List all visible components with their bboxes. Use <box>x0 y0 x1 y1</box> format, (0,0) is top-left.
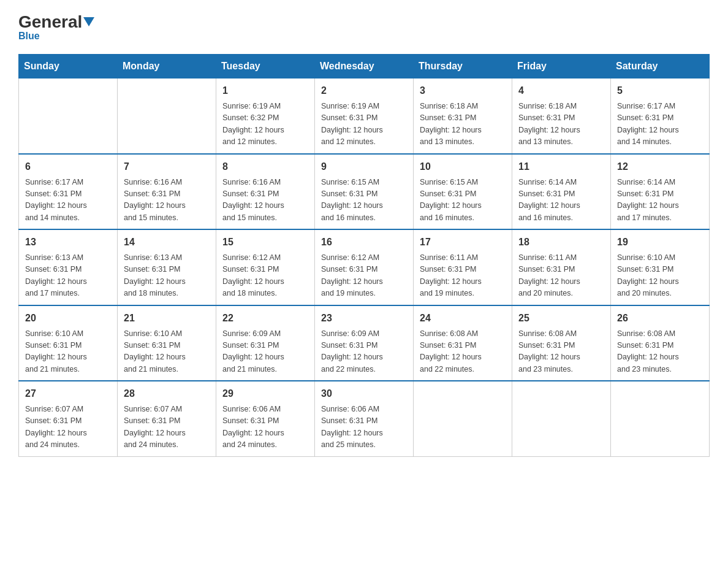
day-number: 5 <box>617 83 703 98</box>
day-info: Sunrise: 6:18 AM Sunset: 6:31 PM Dayligh… <box>420 101 506 148</box>
day-number: 17 <box>420 235 506 250</box>
calendar-day-cell: 18Sunrise: 6:11 AM Sunset: 6:31 PM Dayli… <box>512 229 611 305</box>
day-info: Sunrise: 6:07 AM Sunset: 6:31 PM Dayligh… <box>124 404 210 451</box>
calendar-day-cell: 29Sunrise: 6:06 AM Sunset: 6:31 PM Dayli… <box>216 381 315 456</box>
day-info: Sunrise: 6:12 AM Sunset: 6:31 PM Dayligh… <box>321 252 407 300</box>
calendar-day-cell: 19Sunrise: 6:10 AM Sunset: 6:31 PM Dayli… <box>611 229 710 305</box>
day-info: Sunrise: 6:06 AM Sunset: 6:31 PM Dayligh… <box>321 404 407 451</box>
day-info: Sunrise: 6:09 AM Sunset: 6:31 PM Dayligh… <box>222 328 308 376</box>
day-info: Sunrise: 6:17 AM Sunset: 6:31 PM Dayligh… <box>617 101 703 148</box>
calendar-week-row: 20Sunrise: 6:10 AM Sunset: 6:31 PM Dayli… <box>19 305 710 381</box>
calendar-day-cell: 28Sunrise: 6:07 AM Sunset: 6:31 PM Dayli… <box>118 381 216 456</box>
calendar-week-row: 1Sunrise: 6:19 AM Sunset: 6:32 PM Daylig… <box>19 79 710 154</box>
calendar-day-cell: 16Sunrise: 6:12 AM Sunset: 6:31 PM Dayli… <box>315 229 414 305</box>
calendar-day-cell: 21Sunrise: 6:10 AM Sunset: 6:31 PM Dayli… <box>118 305 216 381</box>
calendar-table: SundayMondayTuesdayWednesdayThursdayFrid… <box>18 54 710 457</box>
calendar-week-row: 27Sunrise: 6:07 AM Sunset: 6:31 PM Dayli… <box>19 381 710 456</box>
weekday-header-tuesday: Tuesday <box>216 55 315 79</box>
day-info: Sunrise: 6:10 AM Sunset: 6:31 PM Dayligh… <box>25 328 111 376</box>
day-info: Sunrise: 6:15 AM Sunset: 6:31 PM Dayligh… <box>321 177 407 224</box>
calendar-week-row: 6Sunrise: 6:17 AM Sunset: 6:31 PM Daylig… <box>19 154 710 230</box>
day-info: Sunrise: 6:18 AM Sunset: 6:31 PM Dayligh… <box>518 101 604 148</box>
calendar-day-cell: 11Sunrise: 6:14 AM Sunset: 6:31 PM Dayli… <box>512 154 611 230</box>
day-number: 18 <box>518 235 604 250</box>
day-number: 12 <box>617 159 703 174</box>
calendar-day-cell <box>512 381 611 456</box>
day-number: 4 <box>518 83 604 98</box>
calendar-day-cell: 8Sunrise: 6:16 AM Sunset: 6:31 PM Daylig… <box>216 154 315 230</box>
calendar-day-cell: 12Sunrise: 6:14 AM Sunset: 6:31 PM Dayli… <box>611 154 710 230</box>
weekday-header-saturday: Saturday <box>611 55 710 79</box>
day-info: Sunrise: 6:08 AM Sunset: 6:31 PM Dayligh… <box>617 328 703 376</box>
calendar-day-cell: 4Sunrise: 6:18 AM Sunset: 6:31 PM Daylig… <box>512 79 611 154</box>
day-info: Sunrise: 6:07 AM Sunset: 6:31 PM Dayligh… <box>25 404 111 451</box>
day-info: Sunrise: 6:11 AM Sunset: 6:31 PM Dayligh… <box>420 252 506 300</box>
calendar-day-cell: 23Sunrise: 6:09 AM Sunset: 6:31 PM Dayli… <box>315 305 414 381</box>
day-number: 28 <box>124 386 210 401</box>
day-number: 9 <box>321 159 407 174</box>
day-info: Sunrise: 6:14 AM Sunset: 6:31 PM Dayligh… <box>518 177 604 224</box>
day-number: 11 <box>518 159 604 174</box>
calendar-day-cell: 17Sunrise: 6:11 AM Sunset: 6:31 PM Dayli… <box>414 229 512 305</box>
weekday-header-sunday: Sunday <box>19 55 118 79</box>
day-number: 15 <box>222 235 308 250</box>
logo-general-text: General <box>18 12 82 32</box>
day-number: 7 <box>124 159 210 174</box>
calendar-day-cell: 25Sunrise: 6:08 AM Sunset: 6:31 PM Dayli… <box>512 305 611 381</box>
day-info: Sunrise: 6:16 AM Sunset: 6:31 PM Dayligh… <box>222 177 308 224</box>
weekday-header-thursday: Thursday <box>414 55 512 79</box>
day-number: 22 <box>222 311 308 326</box>
calendar-day-cell: 13Sunrise: 6:13 AM Sunset: 6:31 PM Dayli… <box>19 229 118 305</box>
day-number: 10 <box>420 159 506 174</box>
day-info: Sunrise: 6:19 AM Sunset: 6:31 PM Dayligh… <box>321 101 407 148</box>
day-info: Sunrise: 6:10 AM Sunset: 6:31 PM Dayligh… <box>124 328 210 376</box>
day-number: 25 <box>518 311 604 326</box>
weekday-header-row: SundayMondayTuesdayWednesdayThursdayFrid… <box>19 55 710 79</box>
logo: General Blue <box>18 12 96 42</box>
day-number: 6 <box>25 159 111 174</box>
calendar-day-cell: 26Sunrise: 6:08 AM Sunset: 6:31 PM Dayli… <box>611 305 710 381</box>
calendar-day-cell: 14Sunrise: 6:13 AM Sunset: 6:31 PM Dayli… <box>118 229 216 305</box>
day-number: 14 <box>124 235 210 250</box>
day-number: 19 <box>617 235 703 250</box>
day-info: Sunrise: 6:08 AM Sunset: 6:31 PM Dayligh… <box>420 328 506 376</box>
day-info: Sunrise: 6:13 AM Sunset: 6:31 PM Dayligh… <box>124 252 210 300</box>
day-info: Sunrise: 6:15 AM Sunset: 6:31 PM Dayligh… <box>420 177 506 224</box>
day-info: Sunrise: 6:06 AM Sunset: 6:31 PM Dayligh… <box>222 404 308 451</box>
day-number: 30 <box>321 386 407 401</box>
calendar-day-cell: 6Sunrise: 6:17 AM Sunset: 6:31 PM Daylig… <box>19 154 118 230</box>
calendar-day-cell: 30Sunrise: 6:06 AM Sunset: 6:31 PM Dayli… <box>315 381 414 456</box>
calendar-day-cell: 27Sunrise: 6:07 AM Sunset: 6:31 PM Dayli… <box>19 381 118 456</box>
day-info: Sunrise: 6:11 AM Sunset: 6:31 PM Dayligh… <box>518 252 604 300</box>
day-info: Sunrise: 6:08 AM Sunset: 6:31 PM Dayligh… <box>518 328 604 376</box>
calendar-day-cell: 24Sunrise: 6:08 AM Sunset: 6:31 PM Dayli… <box>414 305 512 381</box>
day-info: Sunrise: 6:12 AM Sunset: 6:31 PM Dayligh… <box>222 252 308 300</box>
day-info: Sunrise: 6:16 AM Sunset: 6:31 PM Dayligh… <box>124 177 210 224</box>
calendar-week-row: 13Sunrise: 6:13 AM Sunset: 6:31 PM Dayli… <box>19 229 710 305</box>
day-number: 3 <box>420 83 506 98</box>
calendar-day-cell: 9Sunrise: 6:15 AM Sunset: 6:31 PM Daylig… <box>315 154 414 230</box>
weekday-header-monday: Monday <box>118 55 216 79</box>
day-info: Sunrise: 6:13 AM Sunset: 6:31 PM Dayligh… <box>25 252 111 300</box>
logo-text: General <box>18 12 96 32</box>
calendar-day-cell: 22Sunrise: 6:09 AM Sunset: 6:31 PM Dayli… <box>216 305 315 381</box>
weekday-header-wednesday: Wednesday <box>315 55 414 79</box>
page-header: General Blue <box>18 12 710 42</box>
logo-triangle-icon <box>83 17 94 26</box>
day-number: 16 <box>321 235 407 250</box>
calendar-day-cell: 2Sunrise: 6:19 AM Sunset: 6:31 PM Daylig… <box>315 79 414 154</box>
day-info: Sunrise: 6:17 AM Sunset: 6:31 PM Dayligh… <box>25 177 111 224</box>
day-number: 8 <box>222 159 308 174</box>
calendar-day-cell: 5Sunrise: 6:17 AM Sunset: 6:31 PM Daylig… <box>611 79 710 154</box>
day-info: Sunrise: 6:14 AM Sunset: 6:31 PM Dayligh… <box>617 177 703 224</box>
day-number: 26 <box>617 311 703 326</box>
calendar-day-cell: 3Sunrise: 6:18 AM Sunset: 6:31 PM Daylig… <box>414 79 512 154</box>
day-number: 24 <box>420 311 506 326</box>
calendar-day-cell: 15Sunrise: 6:12 AM Sunset: 6:31 PM Dayli… <box>216 229 315 305</box>
day-info: Sunrise: 6:09 AM Sunset: 6:31 PM Dayligh… <box>321 328 407 376</box>
calendar-day-cell: 1Sunrise: 6:19 AM Sunset: 6:32 PM Daylig… <box>216 79 315 154</box>
day-number: 1 <box>222 83 308 98</box>
day-number: 29 <box>222 386 308 401</box>
calendar-day-cell: 7Sunrise: 6:16 AM Sunset: 6:31 PM Daylig… <box>118 154 216 230</box>
day-info: Sunrise: 6:10 AM Sunset: 6:31 PM Dayligh… <box>617 252 703 300</box>
